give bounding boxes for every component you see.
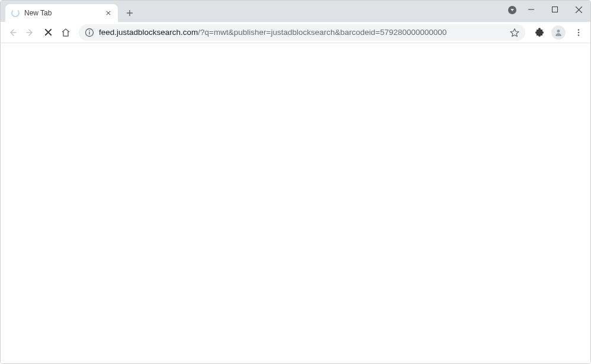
svg-rect-0 <box>553 7 558 12</box>
close-icon <box>576 7 582 13</box>
bookmark-star-icon[interactable] <box>510 28 519 37</box>
menu-button[interactable] <box>570 24 587 41</box>
back-button <box>4 24 21 41</box>
home-button[interactable] <box>57 24 74 41</box>
loading-spinner-icon <box>11 9 20 17</box>
site-info-icon[interactable] <box>85 28 94 37</box>
profile-button[interactable] <box>551 25 566 40</box>
titlebar: New Tab <box>1 1 590 22</box>
minimize-icon <box>528 7 534 12</box>
home-icon <box>61 28 70 37</box>
back-arrow-icon <box>8 28 17 37</box>
page-content <box>1 43 590 363</box>
close-icon <box>44 28 52 36</box>
svg-point-7 <box>578 34 580 36</box>
maximize-button[interactable] <box>543 1 567 18</box>
window-close-button[interactable] <box>567 1 590 18</box>
plus-icon <box>126 9 133 17</box>
puzzle-icon <box>535 28 544 37</box>
forward-button <box>22 24 38 41</box>
url-host: feed.justadblocksearch.com <box>99 28 198 37</box>
toolbar: feed.justadblocksearch.com/?q=mwt&publis… <box>1 22 590 43</box>
url-path: /?q=mwt&publisher=justadblocksearch&barc… <box>198 28 447 37</box>
tab-close-button[interactable] <box>104 8 113 18</box>
update-indicator-icon[interactable] <box>508 6 516 14</box>
svg-point-5 <box>578 29 580 31</box>
window-controls <box>519 1 590 18</box>
person-icon <box>554 28 563 37</box>
extensions-button[interactable] <box>531 24 548 41</box>
minimize-button[interactable] <box>519 1 543 18</box>
stop-button[interactable] <box>40 24 56 41</box>
svg-rect-3 <box>89 30 89 31</box>
browser-tab[interactable]: New Tab <box>5 4 118 22</box>
maximize-icon <box>552 7 558 12</box>
tab-title: New Tab <box>24 9 104 17</box>
new-tab-button[interactable] <box>121 5 138 21</box>
forward-arrow-icon <box>25 28 35 37</box>
svg-point-6 <box>578 31 580 33</box>
close-icon <box>106 11 111 15</box>
url-text[interactable]: feed.justadblocksearch.com/?q=mwt&publis… <box>99 28 505 37</box>
svg-rect-2 <box>89 31 89 34</box>
kebab-icon <box>574 28 583 37</box>
svg-point-4 <box>557 30 560 33</box>
address-bar[interactable]: feed.justadblocksearch.com/?q=mwt&publis… <box>79 24 525 41</box>
